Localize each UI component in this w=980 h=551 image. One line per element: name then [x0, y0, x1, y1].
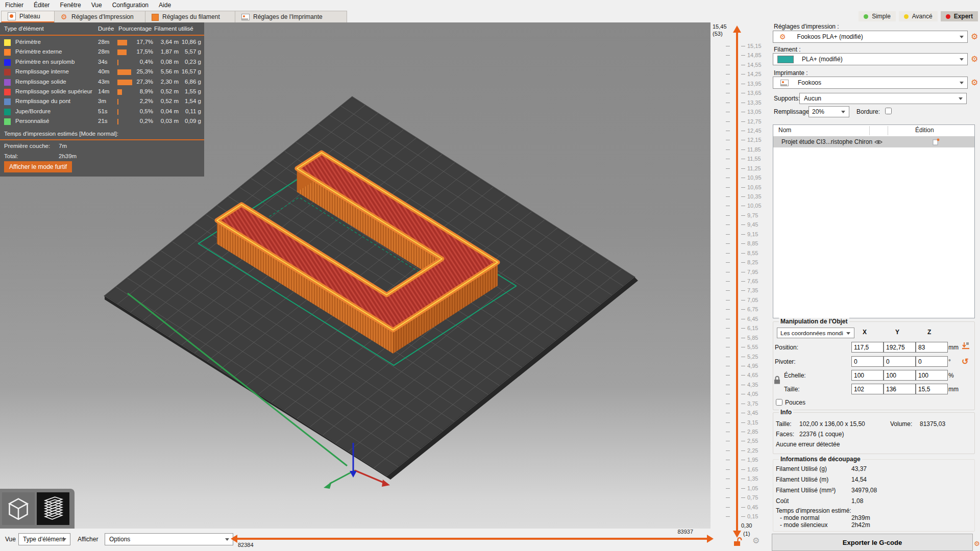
legend-color-swatch — [4, 69, 11, 76]
right-panel: Réglages d'impression : ⚙ Fookoos PLA+ (… — [772, 22, 980, 551]
legend-row-percent: 17,5% — [134, 48, 153, 55]
layer-tick — [741, 187, 745, 188]
scale-y-input[interactable] — [884, 370, 916, 381]
rotate-y-input[interactable] — [884, 356, 916, 367]
mode-avancé[interactable]: Avancé — [899, 11, 938, 21]
brim-checkbox[interactable] — [885, 108, 892, 114]
rotate-x-input[interactable] — [851, 356, 884, 367]
scale-x-input[interactable] — [851, 370, 884, 381]
export-gcode-button[interactable]: Exporter le G-code — [772, 534, 973, 551]
coords-select[interactable]: Les coordonnées mondi — [777, 328, 854, 338]
gcode-slider-left-handle[interactable] — [231, 535, 237, 543]
layer-slider-track[interactable] — [736, 33, 738, 531]
list-separator — [888, 126, 888, 135]
menu-item[interactable]: Fenêtre — [55, 2, 86, 9]
menu-item[interactable]: Aide — [154, 2, 176, 9]
menu-item[interactable]: Vue — [86, 2, 107, 9]
layer-tick-label: 10,35 — [747, 193, 762, 199]
rotate-z-input[interactable] — [916, 356, 948, 367]
slider-settings-gear-icon[interactable]: ⚙ — [752, 536, 760, 545]
position-x-input[interactable] — [851, 342, 884, 353]
position-y-input[interactable] — [884, 342, 916, 353]
printer-select[interactable]: Fookoos — [773, 77, 968, 89]
mode-expert[interactable]: Expert — [941, 11, 978, 21]
layer-tick — [726, 413, 730, 413]
layer-tick-label: 2,85 — [747, 429, 758, 435]
legend-row-duration: 21s — [98, 118, 108, 124]
uniform-scale-lock-icon[interactable] — [773, 375, 781, 386]
layer-tick-label: 10,95 — [747, 174, 762, 181]
mode-simple[interactable]: Simple — [859, 11, 896, 21]
export-settings-gear-icon[interactable]: ⚙ — [974, 540, 980, 547]
layer-tick-label: 5,25 — [747, 354, 758, 360]
size-z-input[interactable] — [916, 384, 948, 394]
layer-tick — [726, 55, 730, 56]
legend-row-grams: 1,55 g — [180, 88, 201, 94]
layer-tick-label: 4,05 — [747, 391, 758, 397]
manipulation-title: Manipulation de l'Objet — [779, 318, 849, 325]
show-options-select[interactable]: Options — [105, 533, 233, 545]
tab-settings-1[interactable]: ⚙Réglages d'Impression — [54, 11, 155, 22]
eye-icon[interactable] — [874, 139, 883, 146]
chevron-down-icon — [841, 111, 845, 113]
layer-tick — [741, 404, 745, 404]
drop-to-bed-icon[interactable] — [962, 342, 970, 352]
unlock-icon[interactable] — [733, 537, 742, 548]
reset-rotation-icon[interactable]: ↺ — [962, 357, 968, 366]
menu-item[interactable]: Fichier — [0, 2, 29, 9]
gcode-slider-track[interactable] — [237, 538, 707, 540]
layer-bottom-count: (1) — [743, 531, 750, 537]
scale-z-input[interactable] — [916, 370, 948, 381]
layer-tick-label: 6,15 — [747, 325, 758, 331]
position-z-input[interactable] — [916, 342, 948, 353]
editor-view-button[interactable] — [2, 492, 35, 525]
legend-row-bar — [117, 89, 122, 95]
printer-label: Imprimante : — [774, 69, 808, 77]
layer-tick — [726, 253, 730, 254]
viewport-3d[interactable]: Type d'élément Durée Pourcentage Filamen… — [0, 22, 710, 529]
print-settings-gear-button[interactable]: ⚙ — [971, 33, 978, 41]
info-facets-label: Faces: — [776, 431, 794, 438]
print-settings-select[interactable]: ⚙ Fookoos PLA+ (modifié) — [773, 31, 968, 43]
layer-top-value: 15,45 — [713, 23, 727, 30]
tab-settings-3[interactable]: Réglages de l'Imprimante — [235, 11, 347, 22]
filament-value: PLA+ (modifié) — [802, 56, 843, 63]
layer-tick — [726, 243, 730, 244]
layer-tick-label: 7,35 — [747, 287, 758, 293]
size-y-input[interactable] — [884, 384, 916, 394]
chevron-down-icon — [225, 538, 229, 541]
supports-select[interactable]: Aucun — [799, 93, 967, 104]
edit-object-icon[interactable] — [933, 138, 940, 147]
tab-settings-2[interactable]: Réglages du filament — [145, 11, 245, 22]
layer-tick — [741, 300, 745, 300]
menu-item[interactable]: Configuration — [107, 2, 154, 9]
layer-tick — [726, 460, 730, 460]
sliced-time-value: 2h39m — [851, 514, 870, 521]
layer-tick — [741, 103, 745, 103]
legend-row-meters: 0,08 m — [154, 59, 179, 65]
preview-view-button[interactable] — [37, 492, 69, 525]
sliced-row-label: Filament Utilisé (g) — [776, 465, 827, 472]
menu-item[interactable]: Éditer — [29, 2, 55, 9]
legend-row-percent: 27,3% — [134, 79, 153, 85]
inches-checkbox[interactable] — [776, 399, 782, 406]
show-stealth-mode-button[interactable]: Afficher le mode furtif — [4, 161, 72, 172]
view-type-select[interactable]: Type d'élément — [18, 533, 70, 545]
size-x-input[interactable] — [851, 384, 884, 394]
layer-tick-label: 0,15 — [747, 513, 758, 519]
layer-tick — [741, 432, 745, 432]
bed-icon — [8, 12, 16, 20]
filament-select[interactable]: PLA+ (modifié) — [773, 53, 968, 65]
layer-tick — [741, 121, 745, 122]
sliced-time-label: - mode normal — [780, 514, 819, 521]
gcode-slider-right-value: 83937 — [663, 529, 693, 535]
legend-row-bar — [117, 69, 131, 75]
layer-slider-top-handle[interactable] — [733, 26, 741, 33]
gcode-slider-right-handle[interactable] — [707, 535, 714, 543]
legend-row-bar — [117, 119, 118, 124]
layer-tick — [726, 159, 730, 159]
filament-gear-button[interactable]: ⚙ — [971, 55, 978, 63]
printer-gear-button[interactable]: ⚙ — [971, 79, 978, 87]
infill-select[interactable]: 20% — [808, 106, 849, 117]
object-row[interactable]: Projet étude CI3...ristophe Chiron — [773, 136, 974, 147]
